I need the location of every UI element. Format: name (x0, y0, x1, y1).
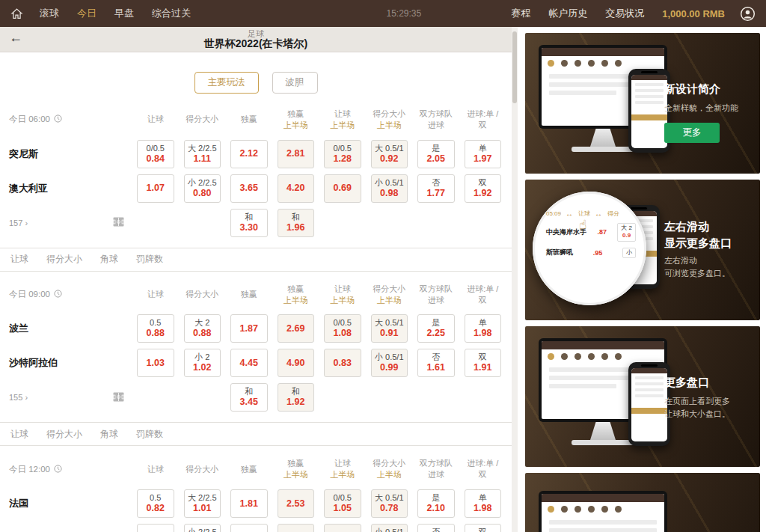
match-header: 今日 09:00让球得分大小独赢独赢上半场让球上半场得分大小上半场双方球队进球进… (0, 284, 512, 306)
more-markets-link[interactable]: 157 › (9, 217, 127, 228)
scrollbar-thumb[interactable] (512, 31, 517, 103)
nav-item-滚球[interactable]: 滚球 (40, 7, 59, 20)
promo-title: 更多盘口 (664, 374, 753, 391)
draw-odds-cell-ht[interactable]: 和1.96 (278, 209, 315, 237)
promo-panel-4[interactable] (525, 473, 760, 532)
odds-cell[interactable]: 大 0.5/10.91 (371, 314, 408, 343)
team-row: 丹麦1.09小 2/2.50.894.654.800.86小 0.5/11.13… (0, 524, 512, 532)
nav-item-早盘[interactable]: 早盘 (114, 7, 134, 20)
promo-panel-1[interactable]: 新设计简介全新样貌，全新功能更多 (525, 33, 760, 174)
odds-cell[interactable]: 双1.92 (465, 174, 502, 203)
odds-cell[interactable]: 3.65 (230, 174, 268, 203)
odds-cell[interactable]: 小 2/2.50.89 (184, 524, 221, 532)
odds-cell[interactable]: 4.45 (230, 349, 268, 377)
odds-cell[interactable]: 2.12 (230, 140, 268, 168)
odds-cell[interactable]: 单1.98 (465, 489, 502, 518)
nav-item-今日[interactable]: 今日 (77, 7, 96, 20)
team-row: 法国0.50.82大 2/2.51.011.812.530/0.51.05大 0… (0, 489, 512, 518)
match-time-text: 今日 06:00 (9, 114, 50, 125)
topbar-link-交易状况[interactable]: 交易状况 (605, 7, 644, 20)
odds-cell[interactable]: 否1.74 (417, 524, 455, 532)
correct-score-button[interactable]: 波胆 (272, 72, 318, 94)
odds-cell[interactable]: 是2.05 (417, 140, 455, 168)
market-tab-角球[interactable]: 角球 (100, 428, 118, 441)
promo-panel-3[interactable]: 更多盘口在页面上看到更多让球和大小盘口。 (525, 326, 760, 467)
odds-cell[interactable]: 小 0.5/11.13 (371, 524, 408, 532)
left-right-arrows-icon: ↔ (566, 210, 574, 218)
odds-cell[interactable]: 0.50.82 (137, 489, 174, 518)
odds-cell[interactable]: 大 0.5/10.78 (371, 489, 408, 518)
match-time: 今日 06:00 (9, 114, 127, 125)
topbar-link-帐户历史[interactable]: 帐户历史 (548, 7, 587, 20)
column-header: 得分大小上半场 (371, 284, 408, 306)
draw-row: 157 ›和3.30和1.96 (0, 209, 512, 237)
odds-cell[interactable]: 小 0.5/10.99 (371, 349, 408, 377)
market-tab-得分大小[interactable]: 得分大小 (46, 253, 82, 266)
odds-cell[interactable]: 单1.97 (465, 140, 502, 168)
odds-cell[interactable]: 大 2/2.51.11 (184, 140, 221, 168)
market-tab-得分大小[interactable]: 得分大小 (46, 428, 82, 441)
market-tabs: 让球得分大小角球罚牌数 (0, 248, 512, 271)
odds-cell[interactable]: 0/0.51.05 (324, 489, 361, 518)
odds-cell[interactable]: 是2.25 (417, 314, 455, 343)
odds-cell[interactable]: 4.20 (278, 174, 315, 203)
odds-cell[interactable]: 双1.91 (465, 349, 502, 377)
nav-item-综合过关[interactable]: 综合过关 (152, 7, 191, 20)
main-markets-button[interactable]: 主要玩法 (194, 72, 259, 94)
topbar-link-赛程[interactable]: 赛程 (511, 7, 530, 20)
market-tab-让球[interactable]: 让球 (10, 428, 28, 441)
more-count: 157 › (9, 218, 28, 227)
odds-cell[interactable]: 大 2/2.51.01 (184, 489, 221, 518)
odds-cell[interactable]: 0.83 (324, 349, 361, 377)
market-tab-罚牌数[interactable]: 罚牌数 (136, 253, 163, 266)
odds-cell[interactable]: 是2.10 (417, 489, 455, 518)
back-button[interactable]: ← (9, 30, 22, 46)
odds-cell[interactable]: 0/0.50.84 (137, 140, 174, 168)
odds-cell[interactable]: 0.86 (324, 524, 361, 532)
balance-display[interactable]: 1,000.00 RMB (662, 8, 725, 19)
odds-cell[interactable]: 1.81 (230, 489, 268, 518)
market-tabs: 让球得分大小角球罚牌数 (0, 423, 512, 445)
odds-cell[interactable]: 大 0.5/10.92 (371, 140, 408, 168)
column-header: 得分大小 (184, 464, 221, 475)
odds-cell[interactable]: 1.87 (230, 314, 268, 343)
odds-cell[interactable]: 小 21.02 (184, 349, 221, 377)
promo-panel-2[interactable]: 05:09↔让球↔得分☝中央海岸水手.87大 20.9斯班狮吼.95小左右滑动显… (525, 180, 760, 320)
odds-cell[interactable]: 2.81 (278, 140, 315, 168)
odds-cell[interactable]: 2.69 (278, 314, 315, 343)
odds-cell[interactable]: 0.50.88 (137, 314, 174, 343)
odds-cell[interactable]: 0/0.51.08 (324, 314, 361, 343)
odds-cell[interactable]: 1.07 (137, 174, 174, 203)
desktop-mockup (539, 491, 667, 532)
odds-cell[interactable]: 0/0.51.28 (324, 140, 361, 168)
draw-odds-cell[interactable]: 和3.45 (230, 383, 268, 412)
home-icon[interactable] (10, 7, 23, 20)
promo-more-button[interactable]: 更多 (664, 123, 720, 143)
account-icon[interactable] (740, 6, 756, 22)
odds-cell[interactable]: 4.80 (278, 524, 315, 532)
more-markets-link[interactable]: 155 › (9, 392, 127, 403)
match-time: 今日 12:00 (9, 464, 127, 475)
odds-cell[interactable]: 双1.91 (465, 524, 502, 532)
odds-cell[interactable]: 大 20.88 (184, 314, 221, 343)
odds-cell[interactable]: 1.03 (137, 349, 174, 377)
vertical-scrollbar[interactable] (512, 27, 518, 532)
league-header-center: 足球 世界杯2022(在卡塔尔) (204, 29, 307, 49)
odds-cell[interactable]: 否1.61 (417, 349, 455, 377)
column-header: 进球:单 / 双 (465, 108, 502, 131)
odds-cell[interactable]: 2.53 (278, 489, 315, 518)
match-time: 今日 09:00 (9, 289, 127, 300)
odds-cell[interactable]: 小 0.5/10.98 (371, 174, 408, 203)
odds-cell[interactable]: 4.90 (278, 349, 315, 377)
odds-cell[interactable]: 0.69 (324, 174, 361, 203)
draw-odds-cell[interactable]: 和3.30 (230, 209, 268, 237)
odds-cell[interactable]: 小 2/2.50.80 (184, 174, 221, 203)
odds-cell[interactable]: 否1.77 (417, 174, 455, 203)
market-tab-罚牌数[interactable]: 罚牌数 (136, 428, 163, 441)
draw-odds-cell-ht[interactable]: 和1.92 (278, 383, 315, 412)
odds-cell[interactable]: 1.09 (137, 524, 174, 532)
market-tab-让球[interactable]: 让球 (10, 253, 28, 266)
odds-cell[interactable]: 单1.98 (465, 314, 502, 343)
odds-cell[interactable]: 4.65 (230, 524, 268, 532)
market-tab-角球[interactable]: 角球 (100, 253, 118, 266)
